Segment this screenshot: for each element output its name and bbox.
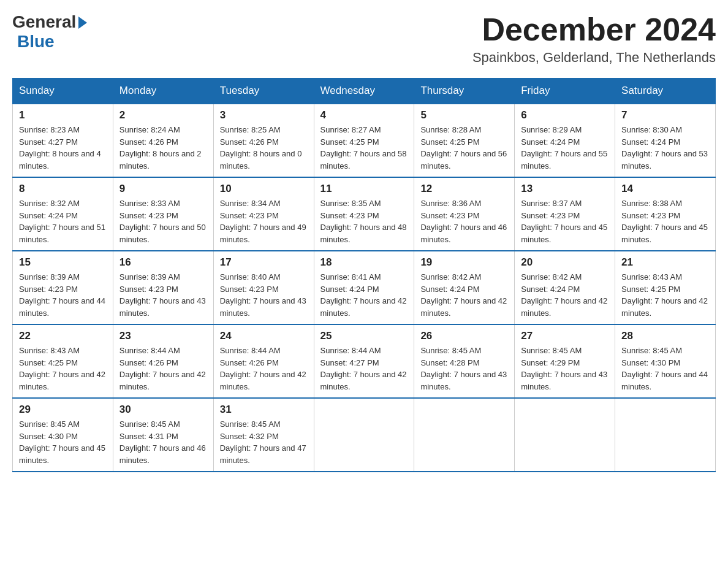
logo-arrow-icon <box>78 17 87 29</box>
day-number: 23 <box>119 330 207 342</box>
day-number: 22 <box>19 330 107 342</box>
calendar-day-cell: 19 Sunrise: 8:42 AMSunset: 4:24 PMDaylig… <box>414 251 515 324</box>
calendar-day-cell: 30 Sunrise: 8:45 AMSunset: 4:31 PMDaylig… <box>113 398 213 472</box>
day-info: Sunrise: 8:34 AMSunset: 4:23 PMDaylight:… <box>220 199 306 244</box>
day-info: Sunrise: 8:30 AMSunset: 4:24 PMDaylight:… <box>621 125 708 170</box>
calendar-day-cell: 2 Sunrise: 8:24 AMSunset: 4:26 PMDayligh… <box>113 104 213 177</box>
day-info: Sunrise: 8:45 AMSunset: 4:29 PMDaylight:… <box>521 346 607 391</box>
location-text: Spainkbos, Gelderland, The Netherlands <box>472 50 716 66</box>
day-info: Sunrise: 8:45 AMSunset: 4:31 PMDaylight:… <box>119 419 206 465</box>
day-info: Sunrise: 8:42 AMSunset: 4:24 PMDaylight:… <box>420 272 507 318</box>
day-number: 20 <box>521 256 609 269</box>
day-info: Sunrise: 8:42 AMSunset: 4:24 PMDaylight:… <box>521 272 607 318</box>
calendar-day-cell: 13 Sunrise: 8:37 AMSunset: 4:23 PMDaylig… <box>515 177 615 251</box>
month-title: December 2024 <box>472 12 716 47</box>
calendar-day-cell: 18 Sunrise: 8:41 AMSunset: 4:24 PMDaylig… <box>314 251 414 324</box>
day-info: Sunrise: 8:41 AMSunset: 4:24 PMDaylight:… <box>320 272 407 318</box>
calendar-day-cell: 12 Sunrise: 8:36 AMSunset: 4:23 PMDaylig… <box>414 177 515 251</box>
page-header: General Blue December 2024 Spainkbos, Ge… <box>12 12 716 66</box>
calendar-table: SundayMondayTuesdayWednesdayThursdayFrid… <box>12 78 716 472</box>
calendar-day-cell: 16 Sunrise: 8:39 AMSunset: 4:23 PMDaylig… <box>113 251 213 324</box>
day-number: 13 <box>521 183 609 195</box>
day-info: Sunrise: 8:44 AMSunset: 4:26 PMDaylight:… <box>220 346 306 391</box>
day-info: Sunrise: 8:45 AMSunset: 4:28 PMDaylight:… <box>420 346 507 391</box>
day-info: Sunrise: 8:44 AMSunset: 4:26 PMDaylight:… <box>119 346 206 391</box>
day-info: Sunrise: 8:44 AMSunset: 4:27 PMDaylight:… <box>320 346 407 391</box>
calendar-day-cell: 17 Sunrise: 8:40 AMSunset: 4:23 PMDaylig… <box>213 251 314 324</box>
day-header-thursday: Thursday <box>414 79 515 104</box>
day-number: 30 <box>119 404 207 416</box>
calendar-day-cell: 20 Sunrise: 8:42 AMSunset: 4:24 PMDaylig… <box>515 251 615 324</box>
day-number: 2 <box>119 109 207 121</box>
calendar-day-cell: 25 Sunrise: 8:44 AMSunset: 4:27 PMDaylig… <box>314 324 414 398</box>
day-number: 31 <box>220 404 308 416</box>
calendar-day-cell: 15 Sunrise: 8:39 AMSunset: 4:23 PMDaylig… <box>13 251 113 324</box>
day-info: Sunrise: 8:39 AMSunset: 4:23 PMDaylight:… <box>19 272 105 318</box>
calendar-day-cell: 22 Sunrise: 8:43 AMSunset: 4:25 PMDaylig… <box>13 324 113 398</box>
day-number: 9 <box>119 183 207 195</box>
day-number: 8 <box>19 183 107 195</box>
day-info: Sunrise: 8:40 AMSunset: 4:23 PMDaylight:… <box>220 272 306 318</box>
calendar-header-row: SundayMondayTuesdayWednesdayThursdayFrid… <box>13 79 716 104</box>
title-section: December 2024 Spainkbos, Gelderland, The… <box>472 12 716 66</box>
day-number: 11 <box>320 183 408 195</box>
day-info: Sunrise: 8:43 AMSunset: 4:25 PMDaylight:… <box>621 272 708 318</box>
calendar-week-row: 1 Sunrise: 8:23 AMSunset: 4:27 PMDayligh… <box>13 104 716 177</box>
calendar-week-row: 29 Sunrise: 8:45 AMSunset: 4:30 PMDaylig… <box>13 398 716 472</box>
calendar-day-cell: 3 Sunrise: 8:25 AMSunset: 4:26 PMDayligh… <box>213 104 314 177</box>
calendar-day-cell: 6 Sunrise: 8:29 AMSunset: 4:24 PMDayligh… <box>515 104 615 177</box>
day-info: Sunrise: 8:32 AMSunset: 4:24 PMDaylight:… <box>19 199 105 244</box>
day-number: 25 <box>320 330 408 342</box>
calendar-day-cell: 14 Sunrise: 8:38 AMSunset: 4:23 PMDaylig… <box>615 177 716 251</box>
day-number: 3 <box>220 109 308 121</box>
day-number: 28 <box>621 330 709 342</box>
calendar-empty-cell <box>515 398 615 472</box>
calendar-day-cell: 29 Sunrise: 8:45 AMSunset: 4:30 PMDaylig… <box>13 398 113 472</box>
calendar-day-cell: 11 Sunrise: 8:35 AMSunset: 4:23 PMDaylig… <box>314 177 414 251</box>
day-header-monday: Monday <box>113 79 213 104</box>
day-info: Sunrise: 8:39 AMSunset: 4:23 PMDaylight:… <box>119 272 206 318</box>
day-number: 10 <box>220 183 308 195</box>
calendar-day-cell: 24 Sunrise: 8:44 AMSunset: 4:26 PMDaylig… <box>213 324 314 398</box>
calendar-empty-cell <box>414 398 515 472</box>
day-number: 7 <box>621 109 709 121</box>
day-header-tuesday: Tuesday <box>213 79 314 104</box>
day-header-sunday: Sunday <box>13 79 113 104</box>
day-number: 17 <box>220 256 308 269</box>
day-info: Sunrise: 8:45 AMSunset: 4:30 PMDaylight:… <box>621 346 708 391</box>
calendar-day-cell: 5 Sunrise: 8:28 AMSunset: 4:25 PMDayligh… <box>414 104 515 177</box>
calendar-day-cell: 23 Sunrise: 8:44 AMSunset: 4:26 PMDaylig… <box>113 324 213 398</box>
day-number: 29 <box>19 404 107 416</box>
day-info: Sunrise: 8:28 AMSunset: 4:25 PMDaylight:… <box>420 125 507 170</box>
calendar-day-cell: 31 Sunrise: 8:45 AMSunset: 4:32 PMDaylig… <box>213 398 314 472</box>
day-number: 16 <box>119 256 207 269</box>
day-number: 5 <box>420 109 508 121</box>
day-info: Sunrise: 8:33 AMSunset: 4:23 PMDaylight:… <box>119 199 206 244</box>
day-info: Sunrise: 8:37 AMSunset: 4:23 PMDaylight:… <box>521 199 607 244</box>
day-info: Sunrise: 8:25 AMSunset: 4:26 PMDaylight:… <box>220 125 302 170</box>
calendar-day-cell: 26 Sunrise: 8:45 AMSunset: 4:28 PMDaylig… <box>414 324 515 398</box>
day-number: 4 <box>320 109 408 121</box>
day-info: Sunrise: 8:35 AMSunset: 4:23 PMDaylight:… <box>320 199 407 244</box>
logo-blue-text: Blue <box>17 32 55 52</box>
calendar-week-row: 8 Sunrise: 8:32 AMSunset: 4:24 PMDayligh… <box>13 177 716 251</box>
day-number: 27 <box>521 330 609 342</box>
day-info: Sunrise: 8:24 AMSunset: 4:26 PMDaylight:… <box>119 125 202 170</box>
day-number: 19 <box>420 256 508 269</box>
calendar-day-cell: 21 Sunrise: 8:43 AMSunset: 4:25 PMDaylig… <box>615 251 716 324</box>
day-info: Sunrise: 8:45 AMSunset: 4:30 PMDaylight:… <box>19 419 105 465</box>
day-number: 24 <box>220 330 308 342</box>
calendar-day-cell: 10 Sunrise: 8:34 AMSunset: 4:23 PMDaylig… <box>213 177 314 251</box>
day-number: 12 <box>420 183 508 195</box>
day-number: 21 <box>621 256 709 269</box>
calendar-day-cell: 7 Sunrise: 8:30 AMSunset: 4:24 PMDayligh… <box>615 104 716 177</box>
calendar-day-cell: 8 Sunrise: 8:32 AMSunset: 4:24 PMDayligh… <box>13 177 113 251</box>
day-info: Sunrise: 8:36 AMSunset: 4:23 PMDaylight:… <box>420 199 507 244</box>
calendar-day-cell: 27 Sunrise: 8:45 AMSunset: 4:29 PMDaylig… <box>515 324 615 398</box>
calendar-day-cell: 1 Sunrise: 8:23 AMSunset: 4:27 PMDayligh… <box>13 104 113 177</box>
day-number: 15 <box>19 256 107 269</box>
calendar-day-cell: 28 Sunrise: 8:45 AMSunset: 4:30 PMDaylig… <box>615 324 716 398</box>
day-info: Sunrise: 8:38 AMSunset: 4:23 PMDaylight:… <box>621 199 708 244</box>
day-header-saturday: Saturday <box>615 79 716 104</box>
day-info: Sunrise: 8:29 AMSunset: 4:24 PMDaylight:… <box>521 125 607 170</box>
